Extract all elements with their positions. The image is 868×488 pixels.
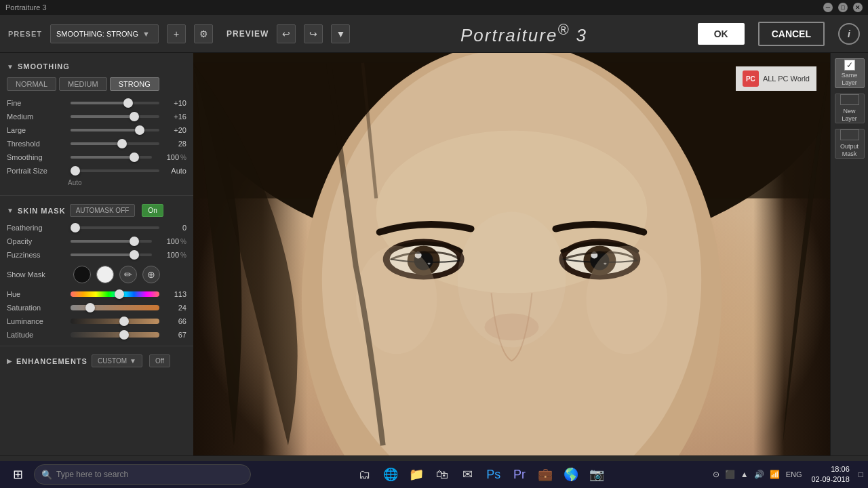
- ok-button[interactable]: OK: [698, 23, 745, 45]
- watermark-text: ALL PC World: [763, 75, 810, 83]
- antivirus-tray-icon[interactable]: ⬛: [723, 470, 737, 479]
- settings-button[interactable]: ⚙: [194, 24, 213, 43]
- mail-icon[interactable]: ✉: [456, 462, 480, 487]
- minimize-button[interactable]: ─: [823, 3, 833, 12]
- feathering-slider[interactable]: [71, 226, 159, 229]
- enhancements-off-button[interactable]: Off: [149, 354, 170, 367]
- new-layer-button[interactable]: New Layer: [835, 94, 865, 123]
- fuzziness-slider[interactable]: [71, 253, 152, 256]
- mask-white-button[interactable]: [96, 266, 114, 283]
- smoothing-strong-tab[interactable]: STRONG: [110, 77, 159, 91]
- hue-slider-row: Hue 113: [0, 287, 193, 301]
- notification-tray-icon[interactable]: □: [856, 470, 865, 479]
- threshold-slider[interactable]: [71, 142, 159, 145]
- hue-value: 113: [162, 290, 186, 298]
- premiere-icon[interactable]: Pr: [507, 462, 532, 487]
- taskbar: ⊞ 🔍 Type here to search 🗂 🌐 📁 🛍 ✉ Ps Pr …: [0, 461, 868, 488]
- large-slider-row: Large +20: [0, 123, 193, 137]
- medium-label: Medium: [7, 113, 68, 121]
- redo-button[interactable]: ↪: [304, 24, 323, 43]
- skin-mask-arrow-icon: ▼: [7, 207, 14, 214]
- files-icon[interactable]: 💼: [533, 462, 557, 487]
- volume-tray-icon[interactable]: 🔊: [752, 470, 766, 479]
- photoshop-icon[interactable]: Ps: [481, 462, 506, 487]
- portrait-size-slider[interactable]: [71, 169, 159, 172]
- skin-mask-header: ▼ SKIN MASK AUTOMASK OFF On: [0, 200, 193, 221]
- smoothing-amount-slider[interactable]: [71, 156, 152, 159]
- store-icon[interactable]: 🛍: [430, 462, 454, 487]
- search-icon: 🔍: [41, 470, 52, 480]
- same-layer-button[interactable]: ✓ SameLayer: [835, 58, 865, 88]
- info-button[interactable]: i: [838, 23, 860, 45]
- toolbar: PRESET SMOOTHING: STRONG ▼ + ⚙ PREVIEW ↩…: [0, 15, 868, 53]
- opacity-percent: %: [180, 238, 186, 245]
- fine-slider[interactable]: [71, 102, 159, 104]
- portrait-size-value: Auto: [162, 167, 186, 175]
- saturation-slider-row: Saturation 24: [0, 301, 193, 314]
- output-mask-button[interactable]: OutputMask: [835, 129, 865, 159]
- same-layer-checkbox: ✓: [844, 60, 855, 70]
- latitude-slider[interactable]: [71, 332, 159, 338]
- luminance-label: Luminance: [7, 317, 68, 325]
- smoothing-title: SMOOTHING: [18, 62, 70, 70]
- saturation-label: Saturation: [7, 304, 68, 312]
- add-preset-button[interactable]: +: [167, 24, 186, 43]
- mask-picker-button[interactable]: ⊕: [142, 266, 160, 283]
- fine-slider-row: Fine +10: [0, 96, 193, 110]
- medium-slider[interactable]: [71, 115, 159, 118]
- show-mask-label: Show Mask: [7, 270, 68, 279]
- luminance-slider[interactable]: [71, 319, 159, 324]
- portrait-size-row: Portrait Size Auto: [0, 164, 193, 178]
- luminance-slider-row: Luminance 66: [0, 314, 193, 328]
- mask-brush-button[interactable]: ✏: [119, 266, 137, 283]
- smoothing-medium-tab[interactable]: MEDIUM: [59, 77, 107, 91]
- taskbar-search[interactable]: 🔍 Type here to search: [34, 464, 251, 485]
- fuzziness-value: 100: [155, 251, 179, 259]
- mask-black-button[interactable]: [73, 266, 91, 283]
- hue-slider[interactable]: [71, 291, 159, 297]
- custom-button[interactable]: CUSTOM ▼: [92, 354, 142, 367]
- new-layer-label: New Layer: [835, 108, 864, 123]
- search-placeholder: Type here to search: [56, 470, 128, 479]
- saturation-slider[interactable]: [71, 305, 159, 310]
- clock-time: 18:06: [811, 464, 849, 474]
- cancel-button[interactable]: CANCEL: [758, 22, 825, 46]
- opacity-value: 100: [155, 237, 179, 245]
- app-icon[interactable]: 📷: [585, 462, 609, 487]
- folder-icon[interactable]: 📁: [404, 462, 429, 487]
- opacity-slider-row: Opacity 100 %: [0, 235, 193, 248]
- close-button[interactable]: ✕: [853, 3, 863, 12]
- large-label: Large: [7, 126, 68, 134]
- fine-value: +10: [162, 99, 186, 107]
- automask-button[interactable]: AUTOMASK OFF: [70, 204, 136, 217]
- fuzziness-percent: %: [180, 251, 186, 259]
- preview-label: PREVIEW: [226, 29, 269, 39]
- enhancements-arrow-icon: ▶: [7, 357, 12, 365]
- network-tray-icon[interactable]: ⊙: [711, 470, 722, 479]
- wifi-tray-icon[interactable]: 📶: [768, 470, 782, 479]
- start-button[interactable]: ⊞: [3, 461, 33, 488]
- maximize-button[interactable]: □: [838, 3, 848, 12]
- fuzziness-slider-row: Fuzziness 100 %: [0, 248, 193, 262]
- skin-mask-on-button[interactable]: On: [142, 204, 163, 217]
- smoothing-arrow-icon: ▼: [7, 63, 14, 70]
- show-mask-row: Show Mask ✏ ⊕: [0, 262, 193, 287]
- smoothing-amount-value: 100: [155, 153, 179, 161]
- browser-icon[interactable]: 🌐: [378, 462, 403, 487]
- chrome-icon[interactable]: 🌎: [559, 462, 583, 487]
- opacity-slider[interactable]: [71, 240, 152, 243]
- undo-button[interactable]: ↩: [277, 24, 296, 43]
- preview-down-button[interactable]: ▼: [331, 24, 350, 43]
- enhancements-title: ENHANCEMENTS: [16, 357, 87, 365]
- watermark-icon: PC: [743, 70, 759, 87]
- divider-1: [0, 195, 193, 196]
- task-manager-icon[interactable]: 🗂: [353, 462, 377, 487]
- language-tray[interactable]: ENG: [783, 470, 805, 479]
- fuzziness-label: Fuzziness: [7, 251, 68, 259]
- up-arrow-tray-icon[interactable]: ▲: [738, 470, 751, 479]
- preset-dropdown[interactable]: SMOOTHING: STRONG ▼: [50, 24, 159, 43]
- smoothing-section-header[interactable]: ▼ SMOOTHING: [0, 58, 193, 75]
- large-slider[interactable]: [71, 129, 159, 131]
- medium-value: +16: [162, 113, 186, 121]
- smoothing-normal-tab[interactable]: NORMAL: [7, 77, 56, 91]
